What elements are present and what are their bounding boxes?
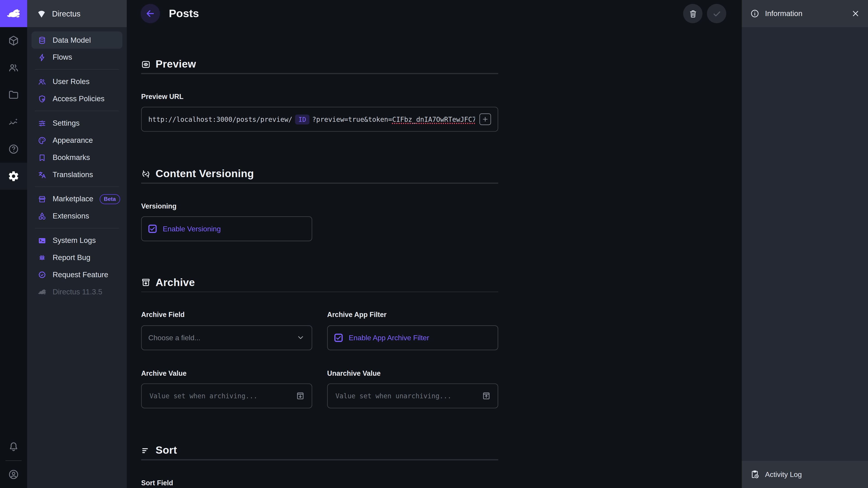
sidebar-item-appearance[interactable]: Appearance (32, 132, 123, 149)
main-content: Posts (127, 0, 742, 488)
rabbit-icon (38, 287, 46, 296)
activity-log-button[interactable]: Activity Log (742, 461, 868, 488)
versioning-label: Versioning (141, 202, 498, 210)
directus-logo[interactable] (0, 0, 27, 27)
module-collections[interactable] (0, 27, 27, 54)
module-files[interactable] (0, 81, 27, 108)
back-button[interactable] (141, 4, 160, 23)
module-settings[interactable] (0, 163, 27, 190)
info-icon (750, 9, 760, 18)
sidebar-item-label: Settings (53, 119, 80, 127)
module-users[interactable] (0, 54, 27, 81)
url-token: CIFbz_dnIA7OwRTewJFC79aQoDl (392, 116, 475, 123)
folder-icon (8, 89, 19, 101)
module-bar (0, 0, 27, 488)
user-roles-icon (38, 77, 46, 86)
archive-in-icon (296, 391, 305, 400)
page-title: Posts (169, 0, 199, 27)
translate-icon (38, 170, 46, 179)
enable-app-archive-filter-checkbox[interactable]: Enable App Archive Filter (327, 325, 498, 350)
sidebar-item-bookmarks[interactable]: Bookmarks (32, 149, 123, 166)
sidebar-item-label: Translations (53, 170, 93, 179)
info-sidebar-header[interactable]: Information (742, 0, 868, 27)
settings-form: Preview Preview URL http://localhost:300… (141, 58, 498, 487)
page-header: Posts (127, 0, 742, 27)
checkbox-checked-icon[interactable] (148, 225, 157, 233)
checkbox-checked-icon[interactable] (334, 333, 343, 342)
plus-icon (482, 116, 489, 123)
archive-value-input[interactable] (148, 392, 291, 400)
category-icon (38, 212, 46, 221)
delete-collection-button[interactable] (683, 4, 703, 23)
sidebar-item-label: Extensions (53, 212, 89, 220)
info-sidebar: Information Activity Log (742, 0, 868, 488)
sidebar-item-user-roles[interactable]: User Roles (32, 73, 123, 90)
save-button[interactable] (707, 4, 726, 23)
divider (35, 225, 119, 232)
enable-versioning-checkbox[interactable]: Enable Versioning (141, 217, 312, 241)
sidebar-item-marketplace[interactable]: Marketplace Beta (32, 190, 123, 207)
sidebar-item-translations[interactable]: Translations (32, 166, 123, 183)
archive-labels-row2: Archive Value Unarchive Value (141, 369, 498, 378)
terminal-icon (38, 236, 46, 245)
bug-icon (38, 253, 46, 262)
app-version-label: Directus 11.3.5 (53, 288, 102, 296)
section-title: Preview (156, 58, 196, 70)
preview-url-value: http://localhost:3000/posts/preview/ ID … (148, 114, 475, 124)
nav-list: Data Model Flows User Roles (27, 27, 127, 300)
info-sidebar-title: Information (765, 9, 802, 18)
unarchive-value-input[interactable] (334, 392, 477, 400)
unarchive-value-field-wrap (327, 383, 498, 408)
module-help[interactable] (0, 135, 27, 163)
database-icon (38, 36, 46, 44)
divider (141, 73, 498, 74)
notifications-button[interactable] (0, 433, 27, 460)
archive-app-filter-label: Archive App Filter (327, 311, 498, 319)
beta-badge: Beta (99, 194, 120, 204)
section-title: Archive (156, 276, 195, 289)
archive-section-heading: Archive (141, 276, 498, 289)
id-variable-chip[interactable]: ID (295, 114, 309, 124)
check-icon (712, 8, 721, 19)
sidebar-item-extensions[interactable]: Extensions (32, 207, 123, 225)
sidebar-item-report-bug[interactable]: Report Bug (32, 249, 123, 266)
project-logo-icon (37, 8, 46, 19)
project-name: Directus (52, 9, 81, 18)
sidebar-item-flows[interactable]: Flows (32, 49, 123, 66)
sidebar-item-data-model[interactable]: Data Model (32, 32, 123, 49)
unarchive-value-label: Unarchive Value (327, 369, 498, 378)
activity-log-label: Activity Log (765, 470, 802, 479)
unarchive-out-icon (482, 391, 491, 400)
storefront-icon (38, 195, 46, 203)
chevron-down-icon (296, 333, 305, 342)
sidebar-item-system-logs[interactable]: System Logs (32, 232, 123, 249)
sidebar-item-request-feature[interactable]: Request Feature (32, 266, 123, 283)
archive-icon (141, 278, 151, 287)
cube-icon (8, 35, 19, 46)
divider (35, 183, 119, 191)
divider (141, 459, 498, 460)
archive-field-select[interactable]: Choose a field... (141, 325, 312, 350)
gear-icon (8, 170, 19, 182)
sidebar-item-settings[interactable]: Settings (32, 115, 123, 132)
divider (141, 183, 498, 184)
archive-value-label: Archive Value (141, 369, 312, 378)
module-insights[interactable] (0, 108, 27, 135)
sidebar-item-label: Appearance (53, 136, 93, 144)
insights-icon (8, 116, 19, 128)
archive-labels-row1: Archive Field Archive App Filter (141, 311, 498, 319)
close-sidebar-button[interactable] (851, 9, 860, 18)
app: Directus Data Model Flows (0, 0, 868, 488)
palette-icon (38, 136, 46, 144)
divider (35, 66, 119, 73)
header-actions (683, 4, 726, 23)
add-variable-button[interactable] (479, 113, 491, 125)
divider (35, 107, 119, 115)
user-menu-button[interactable] (0, 461, 27, 488)
sidebar-item-label: User Roles (53, 77, 90, 86)
archive-inputs-row1: Choose a field... Enable App Archive Fil… (141, 325, 498, 350)
preview-url-field[interactable]: http://localhost:3000/posts/preview/ ID … (141, 107, 498, 132)
project-header[interactable]: Directus (27, 0, 127, 27)
sidebar-item-access-policies[interactable]: Access Policies (32, 90, 123, 107)
avatar-icon (8, 468, 19, 480)
